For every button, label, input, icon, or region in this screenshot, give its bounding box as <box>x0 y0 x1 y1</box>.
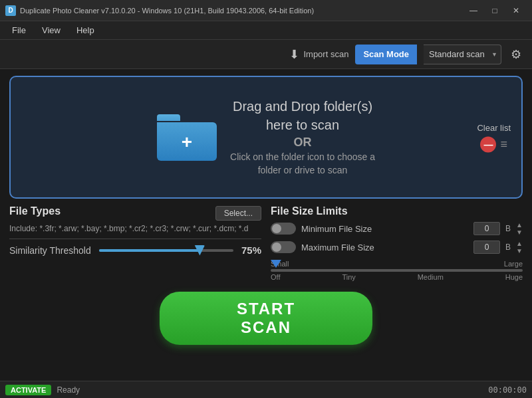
maximum-unit: B <box>505 243 511 252</box>
scale-tiny: Tiny <box>342 273 355 281</box>
folder-plus-icon: + <box>182 133 192 151</box>
folder-tab <box>157 114 180 121</box>
window-title: Duplicate Photo Cleaner v7.10.0.20 - Win… <box>20 7 459 15</box>
start-scan-section: START SCAN <box>9 288 523 348</box>
scale-track[interactable] <box>271 269 523 272</box>
scan-type-select-wrapper: Standard scan <box>424 45 501 64</box>
status-bar: ACTIVATE Ready 00:00:00 <box>0 381 532 398</box>
settings-button[interactable]: ⚙ <box>508 45 524 64</box>
menu-file[interactable]: File <box>5 23 33 37</box>
select-file-types-button[interactable]: Select... <box>215 206 261 221</box>
clear-list-controls: — ≡ <box>480 136 507 152</box>
toggle-knob <box>272 224 281 233</box>
left-panel: File Types Select... Include: *.3fr; *.a… <box>9 205 261 281</box>
scan-mode-button[interactable]: Scan Mode <box>355 45 417 64</box>
activate-button[interactable]: ACTIVATE <box>5 385 51 395</box>
maximum-unit-arrows[interactable]: ▲▼ <box>516 240 523 254</box>
window-controls: — □ ✕ <box>463 4 527 17</box>
maximum-value-input[interactable] <box>473 241 500 254</box>
minimum-unit-arrows[interactable]: ▲▼ <box>516 221 523 236</box>
status-text: Ready <box>57 385 80 395</box>
folder-icon: + <box>157 114 217 161</box>
scale-thumb[interactable] <box>271 260 281 268</box>
start-scan-button[interactable]: START SCAN <box>160 292 372 345</box>
menu-help[interactable]: Help <box>70 23 101 37</box>
minimum-toggle[interactable] <box>271 223 296 235</box>
minimum-label: Minimum File Size <box>301 224 468 234</box>
maximum-file-size-row: Maximum File Size B ▲▼ <box>271 240 523 254</box>
scan-type-select[interactable]: Standard scan <box>424 45 501 64</box>
divider <box>9 239 261 239</box>
similarity-label: Similarity Threshold <box>9 245 91 256</box>
minimum-unit: B <box>505 224 511 233</box>
scale-medium: Medium <box>418 273 444 281</box>
extensions-text: *.3fr; *.arw; *.bay; *.bmp; *.cr2; *.cr3… <box>39 224 248 233</box>
drop-zone[interactable]: + Drag and Drop folder(s)here to scan OR… <box>9 76 523 199</box>
menu-view[interactable]: View <box>35 23 67 37</box>
import-scan-button[interactable]: ⬇ Import scan <box>289 47 348 62</box>
close-button[interactable]: ✕ <box>505 4 527 17</box>
drop-main-text: Drag and Drop folder(s)here to scan <box>230 97 375 134</box>
time-display: 00:00:00 <box>488 385 527 395</box>
clear-list-label: Clear list <box>477 122 511 132</box>
include-label: Include: <box>9 224 37 233</box>
drop-or-text: OR <box>230 136 375 149</box>
download-icon: ⬇ <box>289 47 299 62</box>
folder-back: + <box>157 122 217 161</box>
file-types-extensions: Include: *.3fr; *.arw; *.bay; *.bmp; *.c… <box>9 224 261 233</box>
minimum-file-size-row: Minimum File Size B ▲▼ <box>271 221 523 236</box>
list-icon: ≡ <box>500 138 507 151</box>
file-types-title: File Types <box>9 205 61 217</box>
import-scan-label: Import scan <box>303 49 348 59</box>
drop-sub-text: Click on the folder icon to choose afold… <box>230 151 375 177</box>
scale-label-large: Large <box>504 260 523 268</box>
similarity-section: Similarity Threshold 75% <box>9 245 261 256</box>
remove-button[interactable]: — <box>480 136 496 152</box>
similarity-slider[interactable] <box>99 249 233 252</box>
scale-labels: Off Tiny Medium Huge <box>271 273 523 281</box>
slider-fill <box>99 249 200 252</box>
size-scale: Small Large Off Tiny Medium Huge <box>271 260 523 281</box>
scale-off: Off <box>271 273 280 281</box>
maximize-button[interactable]: □ <box>484 4 505 17</box>
toggle-knob-max <box>272 243 281 252</box>
title-bar: D Duplicate Photo Cleaner v7.10.0.20 - W… <box>0 0 532 21</box>
clear-list-section: Clear list — ≡ <box>477 122 511 152</box>
main-content: + Drag and Drop folder(s)here to scan OR… <box>0 69 532 354</box>
toolbar: ⬇ Import scan Scan Mode Standard scan ⚙ <box>0 40 532 69</box>
folder-icon-wrapper[interactable]: + <box>157 114 217 161</box>
scale-huge: Huge <box>505 273 523 281</box>
similarity-value: 75% <box>241 245 261 256</box>
drop-text: Drag and Drop folder(s)here to scan OR C… <box>230 97 375 177</box>
file-types-header: File Types Select... <box>9 205 261 221</box>
minimum-value-input[interactable] <box>473 222 500 235</box>
maximum-label: Maximum File Size <box>301 243 468 252</box>
app-icon: D <box>5 5 16 16</box>
minimize-button[interactable]: — <box>463 4 484 17</box>
bottom-panels: File Types Select... Include: *.3fr; *.a… <box>9 205 523 281</box>
file-size-limits-title: File Size Limits <box>271 205 348 217</box>
menu-bar: File View Help <box>0 21 532 40</box>
right-panel: File Size Limits Minimum File Size B ▲▼ … <box>271 205 523 281</box>
maximum-toggle[interactable] <box>271 241 296 253</box>
